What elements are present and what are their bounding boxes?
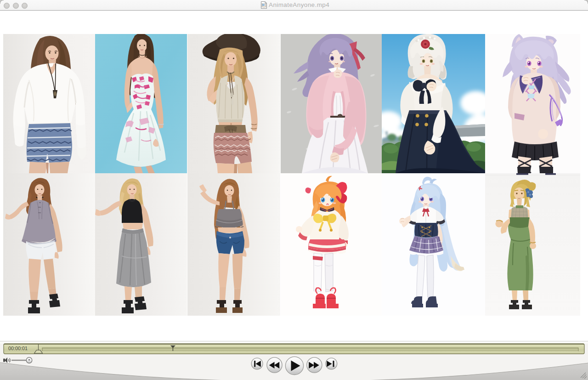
svg-text:00:00:01: 00:00:01 — [8, 346, 28, 351]
